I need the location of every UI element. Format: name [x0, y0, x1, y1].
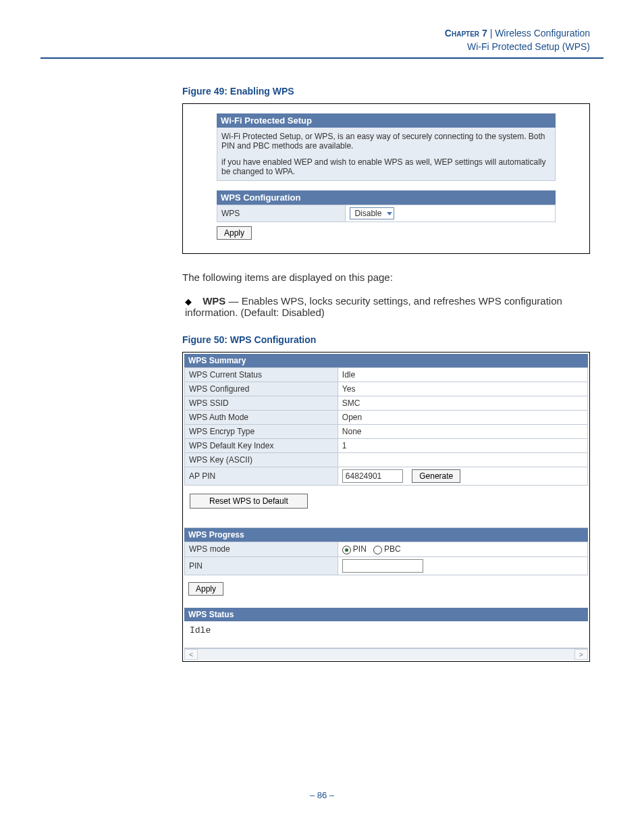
row-value: Idle [338, 368, 587, 382]
wps-progress-title: WPS Progress [184, 528, 588, 542]
row-value: Open [338, 411, 587, 425]
page-number: – 86 – [0, 790, 644, 800]
bullet-list: WPS — Enables WPS, locks security settin… [182, 295, 590, 318]
radio-pin-label: PIN [353, 544, 367, 554]
header-separator: | [490, 28, 493, 38]
row-label: WPS Current Status [185, 368, 338, 382]
row-label: WPS Encryp Type [185, 425, 338, 439]
row-label: WPS Auth Mode [185, 411, 338, 425]
header-rule [41, 57, 603, 59]
scroll-right-icon[interactable]: > [574, 649, 588, 660]
section-title: Wireless Configuration [495, 28, 590, 38]
row-value [338, 453, 587, 467]
reset-wps-button[interactable]: Reset WPS to Default [190, 494, 308, 509]
radio-pbc-label: PBC [384, 544, 401, 554]
row-label: WPS Key (ASCII) [185, 453, 338, 467]
figure-49-caption: Figure 49: Enabling WPS [182, 86, 590, 97]
wps-panel-title: Wi-Fi Protected Setup [217, 113, 556, 128]
wps-status-value: Idle [184, 621, 588, 648]
wps-select[interactable]: Disable [350, 207, 394, 219]
row-label: WPS Configured [185, 382, 338, 396]
radio-pbc[interactable] [373, 546, 382, 554]
wps-config-title: WPS Configuration [217, 190, 556, 205]
apply-button[interactable]: Apply [217, 226, 252, 240]
bullet-bold: WPS [203, 295, 225, 307]
wps-summary-table: WPS Current StatusIdle WPS ConfiguredYes… [184, 367, 588, 486]
row-label: WPS Default Key Index [185, 439, 338, 453]
row-value: Yes [338, 382, 587, 396]
figure-50-caption: Figure 50: WPS Configuration [182, 334, 590, 345]
intro-text: The following items are displayed on thi… [182, 271, 590, 283]
apply-button-2[interactable]: Apply [188, 582, 223, 596]
generate-button[interactable]: Generate [412, 469, 460, 483]
wps-progress-table: WPS mode PIN PBC PIN [184, 542, 588, 575]
wps-label: WPS [217, 205, 346, 222]
row-label: WPS SSID [185, 396, 338, 411]
wps-config-table: WPS Disable [217, 205, 556, 222]
radio-pin[interactable] [342, 546, 351, 554]
scroll-left-icon[interactable]: < [184, 649, 198, 660]
wps-info-box: Wi-Fi Protected Setup, or WPS, is an eas… [217, 128, 556, 181]
row-value: SMC [338, 396, 587, 411]
wps-info-text-1: Wi-Fi Protected Setup, or WPS, is an eas… [221, 132, 551, 151]
bullet-wps: WPS — Enables WPS, locks security settin… [182, 295, 590, 318]
wps-mode-label: WPS mode [185, 542, 338, 556]
pin-input[interactable] [342, 559, 423, 573]
page-header: Chapter 7 | Wireless Configuration Wi-Fi… [41, 27, 603, 53]
pin-label: PIN [185, 556, 338, 575]
figure-50-box: WPS Summary WPS Current StatusIdle WPS C… [182, 352, 590, 661]
wps-info-text-2: if you have enabled WEP and wish to enab… [221, 157, 551, 176]
figure-49-box: Wi-Fi Protected Setup Wi-Fi Protected Se… [182, 103, 590, 254]
bullet-rest: — Enables WPS, locks security settings, … [185, 295, 562, 318]
horizontal-scrollbar[interactable]: < > [184, 648, 588, 660]
wps-status-title: WPS Status [184, 608, 588, 621]
wps-select-value: Disable [354, 209, 381, 218]
ap-pin-value[interactable]: 64824901 [342, 469, 403, 483]
chapter-label: Chapter 7 [445, 28, 487, 38]
row-value: 1 [338, 439, 587, 453]
ap-pin-label: AP PIN [185, 467, 338, 486]
wps-summary-title: WPS Summary [184, 354, 588, 367]
chevron-down-icon [387, 212, 392, 215]
row-value: None [338, 425, 587, 439]
subsection-title: Wi-Fi Protected Setup (WPS) [41, 41, 590, 54]
